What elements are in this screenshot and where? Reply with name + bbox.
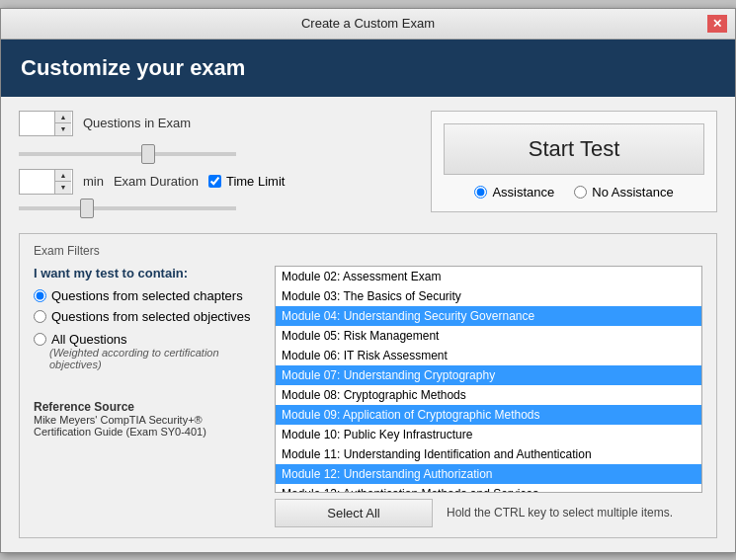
duration-spinner[interactable]: 70 ▲ ▼ <box>19 169 73 195</box>
list-item[interactable]: Module 05: Risk Management <box>276 326 701 346</box>
title-bar: Create a Custom Exam ✕ <box>1 9 735 40</box>
chapters-radio-label[interactable]: Questions from selected chapters <box>34 288 261 303</box>
list-item[interactable]: Module 11: Understanding Identification … <box>276 444 701 464</box>
no-assistance-radio[interactable] <box>574 186 587 199</box>
close-button[interactable]: ✕ <box>707 15 727 33</box>
time-limit-label: Time Limit <box>226 174 285 189</box>
filters-content: I want my test to contain: Questions fro… <box>34 266 702 527</box>
list-bottom: Select All Hold the CTRL key to select m… <box>275 499 702 527</box>
list-item[interactable]: Module 03: The Basics of Security <box>276 286 701 306</box>
list-item[interactable]: Module 10: Public Key Infrastructure <box>276 425 701 444</box>
questions-slider-container <box>19 144 236 159</box>
questions-down-arrow[interactable]: ▼ <box>55 123 71 135</box>
list-item[interactable]: Module 04: Understanding Security Govern… <box>276 306 701 326</box>
modules-list[interactable]: Module 02: Assessment ExamModule 03: The… <box>275 266 702 493</box>
list-item[interactable]: Module 06: IT Risk Assessment <box>276 346 701 365</box>
select-all-button[interactable]: Select All <box>275 499 433 527</box>
list-item[interactable]: Module 02: Assessment Exam <box>276 267 701 286</box>
objectives-radio-label[interactable]: Questions from selected objectives <box>34 309 261 324</box>
list-item[interactable]: Module 12: Understanding Authorization <box>276 464 701 484</box>
exam-filters-label: Exam Filters <box>34 244 702 258</box>
objectives-radio[interactable] <box>34 310 46 323</box>
reference-source-label: Reference Source <box>34 400 134 414</box>
list-item[interactable]: Module 08: Cryptographic Methods <box>276 385 701 405</box>
duration-unit-label: min <box>83 174 104 189</box>
assistance-radio-label[interactable]: Assistance <box>474 185 554 200</box>
filter-options: I want my test to contain: Questions fro… <box>34 266 261 527</box>
assistance-row: Assistance No Assistance <box>474 185 673 200</box>
duration-input[interactable]: 70 <box>20 170 54 194</box>
reference-source-text: Mike Meyers' CompTIA Security+® Certific… <box>34 414 206 438</box>
list-container: Module 02: Assessment ExamModule 03: The… <box>275 266 702 527</box>
duration-down-arrow[interactable]: ▼ <box>55 182 71 194</box>
main-window: Create a Custom Exam ✕ Customize your ex… <box>0 8 736 553</box>
all-questions-group: All Questions (Weighted according to cer… <box>34 332 261 370</box>
duration-label: Exam Duration <box>114 174 199 189</box>
no-assistance-label: No Assistance <box>592 185 673 200</box>
list-item[interactable]: Module 07: Understanding Cryptography <box>276 365 701 385</box>
no-assistance-radio-label[interactable]: No Assistance <box>574 185 673 200</box>
all-questions-radio[interactable] <box>34 333 46 346</box>
duration-slider[interactable] <box>19 206 236 210</box>
page-title: Customize your exam <box>21 55 715 81</box>
time-limit-checkbox-label[interactable]: Time Limit <box>208 174 285 189</box>
time-limit-checkbox[interactable] <box>208 175 221 188</box>
list-item[interactable]: Module 13: Authentication Methods and Se… <box>276 484 701 493</box>
questions-arrows: ▲ ▼ <box>54 112 71 135</box>
questions-slider[interactable] <box>19 152 236 156</box>
assistance-radio[interactable] <box>474 186 487 199</box>
all-questions-label: All Questions <box>51 332 127 347</box>
window-title: Create a Custom Exam <box>29 16 707 31</box>
questions-up-arrow[interactable]: ▲ <box>55 112 71 123</box>
duration-up-arrow[interactable]: ▲ <box>55 170 71 182</box>
list-item[interactable]: Module 09: Application of Cryptographic … <box>276 405 701 425</box>
questions-label: Questions in Exam <box>83 116 191 130</box>
ctrl-hint: Hold the CTRL key to select multiple ite… <box>447 506 673 520</box>
reference-source: Reference Source Mike Meyers' CompTIA Se… <box>34 400 261 438</box>
filter-title: I want my test to contain: <box>34 266 261 280</box>
duration-row: 70 ▲ ▼ min Exam Duration Time Limit <box>19 169 411 195</box>
exam-filters-section: Exam Filters I want my test to contain: … <box>19 233 717 538</box>
duration-slider-container <box>19 199 236 213</box>
right-panel: Start Test Assistance No Assistance <box>431 111 717 212</box>
content-area: 134 ▲ ▼ Questions in Exam 70 <box>1 97 735 552</box>
objectives-label: Questions from selected objectives <box>51 309 251 324</box>
start-test-button[interactable]: Start Test <box>444 123 704 175</box>
questions-row: 134 ▲ ▼ Questions in Exam <box>19 111 411 136</box>
top-controls: 134 ▲ ▼ Questions in Exam 70 <box>19 111 717 223</box>
questions-spinner[interactable]: 134 ▲ ▼ <box>19 111 73 136</box>
duration-arrows: ▲ ▼ <box>54 170 71 194</box>
questions-input[interactable]: 134 <box>20 112 54 135</box>
all-questions-radio-label[interactable]: All Questions <box>34 332 261 347</box>
weighted-note: (Weighted according to certification obj… <box>49 347 261 370</box>
left-controls: 134 ▲ ▼ Questions in Exam 70 <box>19 111 411 223</box>
chapters-radio[interactable] <box>34 289 46 302</box>
header-band: Customize your exam <box>1 40 735 97</box>
assistance-label: Assistance <box>492 185 554 200</box>
filter-radio-group: Questions from selected chapters Questio… <box>34 288 261 324</box>
chapters-label: Questions from selected chapters <box>51 288 243 303</box>
